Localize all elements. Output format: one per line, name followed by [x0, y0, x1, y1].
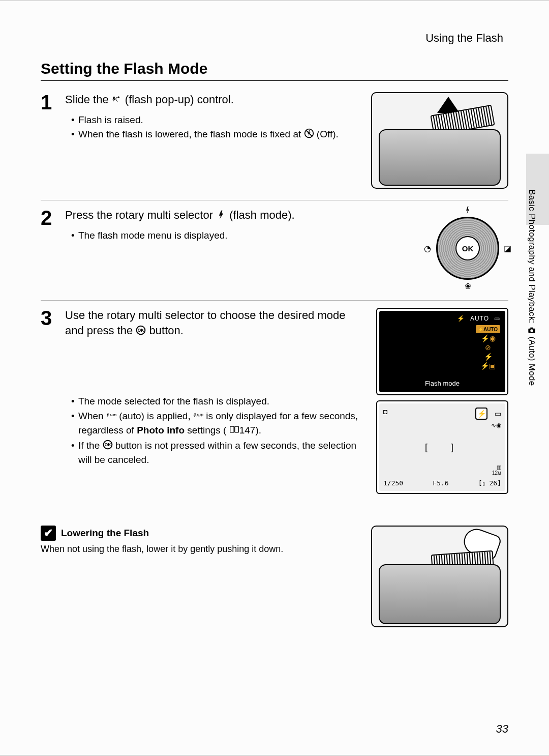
bullet: The mode selected for the flash is displ… — [71, 395, 367, 408]
text: button is not pressed within a few secon… — [78, 440, 356, 465]
battery-icon: ▭ — [495, 410, 501, 418]
step-1: 1 Slide the (flash pop-up) control. Flas… — [41, 85, 508, 200]
ok-button-icon: OK — [455, 236, 480, 260]
bullet: The flash mode menu is displayed. — [71, 229, 418, 242]
step-2: 2 Press the rotary multi selector (flash… — [41, 200, 508, 301]
shutter-speed: 1/250 — [383, 479, 403, 487]
text: (flash pop-up) control. — [125, 93, 234, 106]
flash-auto-outline-icon: AUTO — [193, 410, 203, 424]
camera-mode-icon: ◘ — [383, 408, 387, 420]
text: Slide the — [65, 93, 112, 106]
step-number: 2 — [41, 208, 65, 289]
svg-rect-12 — [530, 327, 533, 329]
battery-icon: ▭ — [494, 315, 500, 322]
flash-icon — [463, 206, 472, 217]
text: Photo info — [137, 425, 185, 435]
flash-icon — [216, 209, 226, 224]
bullet: Flash is raised. — [71, 113, 362, 127]
lcd-top-label: AUTO — [470, 315, 489, 322]
step-number: 3 — [41, 308, 65, 494]
menu-item: ⚡◉ — [476, 334, 500, 342]
macro-icon: ❀ — [465, 281, 471, 291]
flash-mode-menu: ⚡AUTO ⚡◉ ⊘ ⚡ ⚡▣ — [476, 325, 500, 370]
flash-off-icon — [304, 128, 314, 142]
step-figure: ⚡ AUTO ▭ ⚡AUTO ⚡◉ ⊘ ⚡ ⚡▣ Flash mode — [376, 308, 508, 494]
flash-popup-icon — [112, 93, 122, 108]
aperture: F5.6 — [433, 479, 448, 487]
note-title: Lowering the Flash — [61, 528, 149, 539]
menu-item: ⚡▣ — [476, 362, 500, 370]
step-title: Use the rotary multi selector to choose … — [65, 308, 367, 339]
ok-button-icon: OK — [103, 440, 113, 453]
text: settings ( — [187, 425, 226, 435]
frame-count: [▯ 26] — [478, 479, 501, 487]
bullet: When AUTO (auto) is applied, AUTO is onl… — [71, 410, 367, 438]
page-number: 33 — [496, 722, 508, 736]
svg-rect-8 — [235, 426, 239, 432]
camera-icon — [527, 326, 537, 337]
page-ref-icon — [229, 424, 239, 438]
page-title: Setting the Flash Mode — [41, 60, 508, 81]
camera-flash-lower-illustration — [371, 526, 508, 627]
svg-text:OK: OK — [138, 328, 144, 333]
step-number: 1 — [41, 92, 65, 189]
bullet: When the flash is lowered, the flash mod… — [71, 128, 362, 142]
svg-text:AUTO: AUTO — [197, 414, 203, 417]
bullet: If the OK button is not pressed within a… — [71, 439, 367, 467]
step-figure: OK ❀ ◔ ◪ — [427, 208, 508, 289]
image-size-icon: ▥12м — [492, 464, 501, 476]
exposure-comp-icon: ◪ — [504, 244, 511, 253]
svg-marker-0 — [118, 96, 120, 98]
flash-auto-bold-icon: AUTO — [106, 410, 116, 424]
text: When — [78, 411, 106, 421]
flash-icon: ⚡ — [457, 315, 465, 322]
text: Use the rotary multi selector to choose … — [65, 309, 346, 337]
running-head: Using the Flash — [41, 32, 508, 45]
camera-flash-raise-illustration — [371, 92, 508, 189]
text: button. — [149, 324, 184, 337]
step-figure — [371, 92, 508, 189]
step-title: Press the rotary multi selector (flash m… — [65, 208, 418, 224]
lcd-menu-illustration: ⚡ AUTO ▭ ⚡AUTO ⚡◉ ⊘ ⚡ ⚡▣ Flash mode — [376, 308, 508, 395]
text: When the flash is lowered, the flash mod… — [78, 129, 304, 139]
note-body: When not using the flash, lower it by ge… — [41, 544, 361, 555]
text: (auto) is applied, — [119, 411, 193, 421]
menu-item: ⊘ — [476, 343, 500, 352]
self-timer-icon: ◔ — [424, 244, 431, 253]
lcd-caption: Flash mode — [379, 380, 505, 387]
svg-text:AUTO: AUTO — [110, 414, 116, 417]
note-block: ✔ Lowering the Flash When not using the … — [41, 526, 508, 627]
step-title: Slide the (flash pop-up) control. — [65, 92, 362, 108]
ok-button-icon: OK — [136, 324, 146, 339]
vr-icon: ∿◉ — [491, 422, 501, 429]
focus-brackets-icon: [ ] — [425, 442, 460, 453]
text: (Off). — [317, 129, 339, 139]
step-3: 3 Use the rotary multi selector to choos… — [41, 301, 508, 505]
text: Press the rotary multi selector — [65, 209, 216, 221]
lcd-live-illustration: ◘ ⚡ ▭ ∿◉ [ ] 1/250 F5.6 [▯ 2 — [376, 400, 508, 494]
svg-text:OK: OK — [104, 442, 111, 447]
text: (flash mode). — [229, 209, 294, 221]
check-badge-icon: ✔ — [41, 526, 56, 541]
menu-item: ⚡ — [476, 353, 500, 361]
text: 147). — [239, 425, 261, 435]
svg-rect-7 — [230, 426, 234, 432]
text: If the — [78, 440, 103, 451]
side-section-label: Basic Photography and Playback: (Auto) M… — [527, 189, 537, 386]
rotary-selector-illustration: OK ❀ ◔ ◪ — [427, 208, 508, 289]
flash-status-icon: ⚡ — [475, 408, 487, 420]
svg-point-13 — [530, 329, 533, 332]
menu-item-selected: ⚡AUTO — [476, 325, 500, 333]
